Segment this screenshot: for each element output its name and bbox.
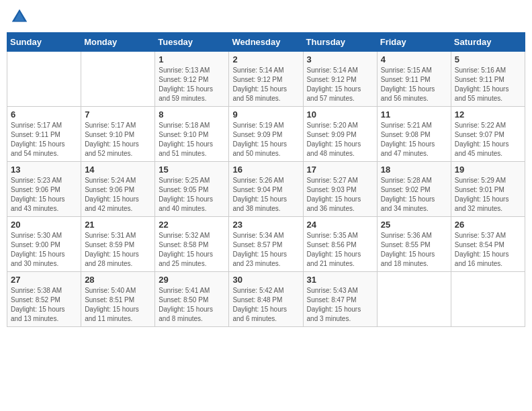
day-number: 5 (455, 54, 521, 64)
day-number: 24 (307, 220, 373, 230)
day-info: Sunrise: 5:14 AM Sunset: 9:12 PM Dayligh… (232, 66, 299, 103)
calendar-cell: 14Sunrise: 5:24 AM Sunset: 9:06 PM Dayli… (81, 162, 155, 217)
calendar-cell (377, 272, 451, 327)
calendar-header-row: SundayMondayTuesdayWednesdayThursdayFrid… (7, 33, 525, 52)
calendar-week-row: 20Sunrise: 5:30 AM Sunset: 9:00 PM Dayli… (7, 217, 525, 272)
day-info: Sunrise: 5:38 AM Sunset: 8:52 PM Dayligh… (11, 286, 77, 324)
day-info: Sunrise: 5:16 AM Sunset: 9:11 PM Dayligh… (455, 66, 521, 103)
calendar-cell: 1Sunrise: 5:13 AM Sunset: 9:12 PM Daylig… (155, 52, 229, 107)
calendar-cell: 30Sunrise: 5:42 AM Sunset: 8:48 PM Dayli… (229, 272, 303, 327)
calendar-cell: 11Sunrise: 5:21 AM Sunset: 9:08 PM Dayli… (377, 107, 451, 162)
day-info: Sunrise: 5:22 AM Sunset: 9:07 PM Dayligh… (455, 121, 521, 158)
day-info: Sunrise: 5:32 AM Sunset: 8:58 PM Dayligh… (159, 231, 225, 269)
day-number: 23 (232, 220, 299, 230)
calendar-cell: 31Sunrise: 5:43 AM Sunset: 8:47 PM Dayli… (303, 272, 377, 327)
calendar-cell: 6Sunrise: 5:17 AM Sunset: 9:11 PM Daylig… (7, 107, 81, 162)
day-number: 1 (159, 54, 225, 64)
day-info: Sunrise: 5:26 AM Sunset: 9:04 PM Dayligh… (232, 176, 299, 214)
day-number: 4 (381, 54, 447, 64)
day-number: 30 (232, 275, 299, 285)
calendar-cell (451, 272, 525, 327)
header-tuesday: Tuesday (155, 33, 229, 52)
calendar-cell: 28Sunrise: 5:40 AM Sunset: 8:51 PM Dayli… (81, 272, 155, 327)
day-info: Sunrise: 5:37 AM Sunset: 8:54 PM Dayligh… (455, 231, 521, 269)
calendar-cell (81, 52, 155, 107)
calendar-cell: 9Sunrise: 5:19 AM Sunset: 9:09 PM Daylig… (229, 107, 303, 162)
day-info: Sunrise: 5:41 AM Sunset: 8:50 PM Dayligh… (159, 286, 225, 324)
day-info: Sunrise: 5:34 AM Sunset: 8:57 PM Dayligh… (232, 231, 299, 269)
day-info: Sunrise: 5:42 AM Sunset: 8:48 PM Dayligh… (232, 286, 299, 324)
day-info: Sunrise: 5:14 AM Sunset: 9:12 PM Dayligh… (307, 66, 373, 103)
header-saturday: Saturday (451, 33, 525, 52)
day-number: 25 (381, 220, 447, 230)
calendar-cell: 26Sunrise: 5:37 AM Sunset: 8:54 PM Dayli… (451, 217, 525, 272)
day-info: Sunrise: 5:31 AM Sunset: 8:59 PM Dayligh… (85, 231, 151, 269)
header-friday: Friday (377, 33, 451, 52)
calendar-cell: 20Sunrise: 5:30 AM Sunset: 9:00 PM Dayli… (7, 217, 81, 272)
day-info: Sunrise: 5:17 AM Sunset: 9:11 PM Dayligh… (11, 121, 77, 158)
calendar-cell: 5Sunrise: 5:16 AM Sunset: 9:11 PM Daylig… (451, 52, 525, 107)
day-number: 11 (381, 109, 447, 120)
day-number: 16 (232, 165, 299, 175)
day-number: 7 (85, 109, 151, 120)
day-number: 14 (85, 165, 151, 175)
day-number: 18 (381, 165, 447, 175)
day-number: 20 (11, 220, 77, 230)
logo-icon (9, 7, 30, 27)
calendar-cell: 2Sunrise: 5:14 AM Sunset: 9:12 PM Daylig… (229, 52, 303, 107)
day-number: 8 (159, 109, 225, 120)
day-number: 2 (232, 54, 299, 64)
day-number: 22 (159, 220, 225, 230)
day-number: 21 (85, 220, 151, 230)
calendar-cell: 22Sunrise: 5:32 AM Sunset: 8:58 PM Dayli… (155, 217, 229, 272)
page-header (7, 7, 525, 27)
day-info: Sunrise: 5:19 AM Sunset: 9:09 PM Dayligh… (232, 121, 299, 158)
day-number: 27 (11, 275, 77, 285)
day-info: Sunrise: 5:24 AM Sunset: 9:06 PM Dayligh… (85, 176, 151, 214)
calendar-cell: 29Sunrise: 5:41 AM Sunset: 8:50 PM Dayli… (155, 272, 229, 327)
header-wednesday: Wednesday (229, 33, 303, 52)
calendar-cell: 12Sunrise: 5:22 AM Sunset: 9:07 PM Dayli… (451, 107, 525, 162)
calendar-cell: 13Sunrise: 5:23 AM Sunset: 9:06 PM Dayli… (7, 162, 81, 217)
day-info: Sunrise: 5:18 AM Sunset: 9:10 PM Dayligh… (159, 121, 225, 158)
day-info: Sunrise: 5:17 AM Sunset: 9:10 PM Dayligh… (85, 121, 151, 158)
day-number: 15 (159, 165, 225, 175)
calendar-week-row: 27Sunrise: 5:38 AM Sunset: 8:52 PM Dayli… (7, 272, 525, 327)
calendar-cell: 24Sunrise: 5:35 AM Sunset: 8:56 PM Dayli… (303, 217, 377, 272)
day-number: 17 (307, 165, 373, 175)
day-info: Sunrise: 5:23 AM Sunset: 9:06 PM Dayligh… (11, 176, 77, 214)
calendar-cell: 21Sunrise: 5:31 AM Sunset: 8:59 PM Dayli… (81, 217, 155, 272)
day-info: Sunrise: 5:20 AM Sunset: 9:09 PM Dayligh… (307, 121, 373, 158)
day-info: Sunrise: 5:35 AM Sunset: 8:56 PM Dayligh… (307, 231, 373, 269)
day-info: Sunrise: 5:29 AM Sunset: 9:01 PM Dayligh… (455, 176, 521, 214)
header-thursday: Thursday (303, 33, 377, 52)
calendar-cell (7, 52, 81, 107)
day-info: Sunrise: 5:15 AM Sunset: 9:11 PM Dayligh… (381, 66, 447, 103)
day-info: Sunrise: 5:21 AM Sunset: 9:08 PM Dayligh… (381, 121, 447, 158)
calendar-cell: 18Sunrise: 5:28 AM Sunset: 9:02 PM Dayli… (377, 162, 451, 217)
logo (9, 7, 32, 27)
calendar-week-row: 6Sunrise: 5:17 AM Sunset: 9:11 PM Daylig… (7, 107, 525, 162)
day-number: 9 (232, 109, 299, 120)
day-info: Sunrise: 5:36 AM Sunset: 8:55 PM Dayligh… (381, 231, 447, 269)
day-number: 12 (455, 109, 521, 120)
day-info: Sunrise: 5:25 AM Sunset: 9:05 PM Dayligh… (159, 176, 225, 214)
header-monday: Monday (81, 33, 155, 52)
day-number: 26 (455, 220, 521, 230)
day-number: 6 (11, 109, 77, 120)
calendar-table: SundayMondayTuesdayWednesdayThursdayFrid… (7, 32, 525, 327)
day-number: 13 (11, 165, 77, 175)
day-number: 10 (307, 109, 373, 120)
day-number: 29 (159, 275, 225, 285)
day-number: 28 (85, 275, 151, 285)
day-info: Sunrise: 5:13 AM Sunset: 9:12 PM Dayligh… (159, 66, 225, 103)
day-number: 3 (307, 54, 373, 64)
day-info: Sunrise: 5:28 AM Sunset: 9:02 PM Dayligh… (381, 176, 447, 214)
calendar-cell: 3Sunrise: 5:14 AM Sunset: 9:12 PM Daylig… (303, 52, 377, 107)
header-sunday: Sunday (7, 33, 81, 52)
day-number: 19 (455, 165, 521, 175)
day-info: Sunrise: 5:30 AM Sunset: 9:00 PM Dayligh… (11, 231, 77, 269)
calendar-cell: 23Sunrise: 5:34 AM Sunset: 8:57 PM Dayli… (229, 217, 303, 272)
day-number: 31 (307, 275, 373, 285)
calendar-cell: 16Sunrise: 5:26 AM Sunset: 9:04 PM Dayli… (229, 162, 303, 217)
